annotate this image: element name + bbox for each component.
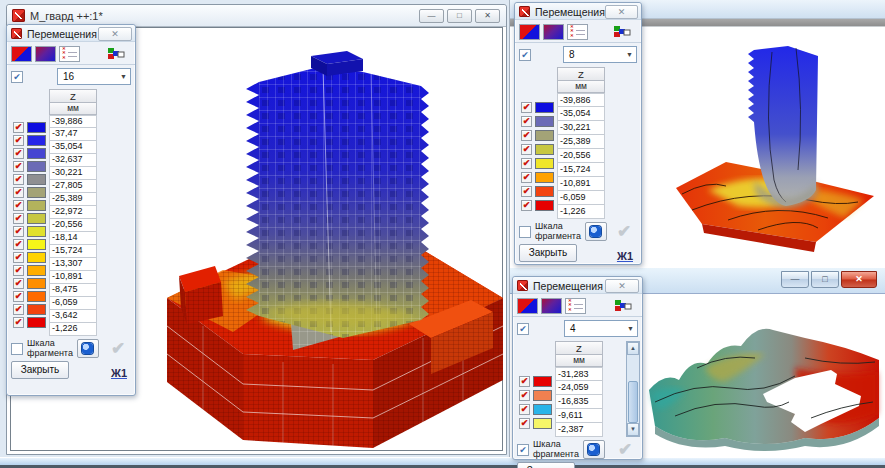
legend-row-checkbox[interactable]: ✔ bbox=[521, 102, 532, 113]
legend-color-swatch[interactable] bbox=[27, 161, 46, 172]
legend-color-swatch[interactable] bbox=[535, 102, 554, 113]
legend-row-checkbox[interactable]: ✔ bbox=[521, 186, 532, 197]
legend-row-checkbox[interactable]: ✔ bbox=[519, 390, 530, 401]
panel-titlebar[interactable]: Перемещения ✕ bbox=[7, 25, 135, 42]
maximize-button[interactable]: □ bbox=[447, 9, 472, 23]
levels-dropdown[interactable]: 4 ▼ bbox=[564, 320, 638, 337]
scale-visible-checkbox[interactable]: ✔ bbox=[519, 49, 531, 61]
minimize-button[interactable]: — bbox=[419, 9, 444, 23]
fragment-3d-view[interactable] bbox=[668, 30, 884, 266]
legend-color-swatch[interactable] bbox=[533, 404, 552, 415]
isofields-icon[interactable] bbox=[519, 24, 540, 40]
legend-row-checkbox[interactable]: ✔ bbox=[519, 418, 530, 429]
fragment-scale-checkbox[interactable]: ✔ bbox=[517, 444, 529, 456]
legend-color-swatch[interactable] bbox=[27, 213, 46, 224]
legend-table-icon[interactable] bbox=[59, 46, 80, 62]
close-panel-button[interactable]: Закрыть bbox=[519, 244, 577, 262]
legend-row-checkbox[interactable]: ✔ bbox=[521, 158, 532, 169]
legend-color-swatch[interactable] bbox=[27, 304, 46, 315]
legend-row-checkbox[interactable]: ✔ bbox=[13, 187, 24, 198]
panel-close-icon[interactable]: ✕ bbox=[605, 279, 639, 293]
panel-close-icon[interactable]: ✕ bbox=[605, 5, 638, 19]
legend-row-checkbox[interactable]: ✔ bbox=[521, 130, 532, 141]
scroll-down-icon[interactable]: ▼ bbox=[627, 423, 639, 436]
main-3d-view[interactable] bbox=[163, 32, 506, 453]
legend-row-checkbox[interactable]: ✔ bbox=[13, 239, 24, 250]
scale-visible-checkbox[interactable]: ✔ bbox=[517, 323, 529, 335]
legend-row-checkbox[interactable]: ✔ bbox=[521, 200, 532, 211]
legend-color-swatch[interactable] bbox=[27, 174, 46, 185]
legend-row-checkbox[interactable]: ✔ bbox=[13, 304, 24, 315]
apply-checkmark-icon[interactable]: ✔ bbox=[612, 441, 638, 458]
scroll-up-icon[interactable]: ▲ bbox=[627, 342, 639, 355]
scale-visible-checkbox[interactable]: ✔ bbox=[11, 71, 23, 83]
legend-color-swatch[interactable] bbox=[533, 376, 552, 387]
legend-color-swatch[interactable] bbox=[535, 116, 554, 127]
legend-row-checkbox[interactable]: ✔ bbox=[519, 404, 530, 415]
legend-row-checkbox[interactable]: ✔ bbox=[13, 135, 24, 146]
legend-color-swatch[interactable] bbox=[533, 390, 552, 401]
legend-row-checkbox[interactable]: ✔ bbox=[13, 213, 24, 224]
scrollbar-thumb[interactable] bbox=[628, 381, 638, 423]
palette-icon[interactable] bbox=[607, 23, 637, 40]
gradient-fill-icon[interactable] bbox=[543, 24, 564, 40]
isofields-icon[interactable] bbox=[517, 298, 538, 314]
legend-color-swatch[interactable] bbox=[27, 265, 46, 276]
legend-color-swatch[interactable] bbox=[27, 135, 46, 146]
apply-checkmark-icon[interactable]: ✔ bbox=[105, 340, 131, 357]
palette-icon[interactable] bbox=[101, 45, 131, 62]
levels-dropdown[interactable]: 8 ▼ bbox=[563, 46, 637, 63]
units-icon[interactable]: Ж1 bbox=[617, 250, 637, 262]
legend-color-swatch[interactable] bbox=[533, 418, 552, 429]
close-panel-button[interactable]: Закрыть bbox=[517, 462, 575, 468]
legend-row-checkbox[interactable]: ✔ bbox=[13, 278, 24, 289]
legend-color-swatch[interactable] bbox=[27, 200, 46, 211]
legend-row-checkbox[interactable]: ✔ bbox=[13, 161, 24, 172]
fragment-button[interactable] bbox=[583, 440, 605, 459]
legend-row-checkbox[interactable]: ✔ bbox=[13, 252, 24, 263]
panel-titlebar[interactable]: Перемещения ✕ bbox=[513, 277, 642, 294]
close-panel-button[interactable]: Закрыть bbox=[11, 361, 69, 379]
fragment-scale-checkbox[interactable] bbox=[519, 226, 531, 238]
legend-color-swatch[interactable] bbox=[27, 252, 46, 263]
legend-color-swatch[interactable] bbox=[27, 278, 46, 289]
legend-color-swatch[interactable] bbox=[27, 239, 46, 250]
legend-row-checkbox[interactable]: ✔ bbox=[13, 174, 24, 185]
legend-table-icon[interactable] bbox=[567, 24, 588, 40]
legend-row-checkbox[interactable]: ✔ bbox=[13, 226, 24, 237]
legend-color-swatch[interactable] bbox=[535, 130, 554, 141]
apply-checkmark-icon[interactable]: ✔ bbox=[611, 223, 637, 240]
fragment-button[interactable] bbox=[585, 222, 607, 241]
legend-color-swatch[interactable] bbox=[535, 186, 554, 197]
legend-color-swatch[interactable] bbox=[535, 158, 554, 169]
slab-3d-view[interactable] bbox=[645, 298, 885, 456]
legend-row-checkbox[interactable]: ✔ bbox=[519, 376, 530, 387]
legend-row-checkbox[interactable]: ✔ bbox=[521, 116, 532, 127]
legend-color-swatch[interactable] bbox=[27, 148, 46, 159]
legend-row-checkbox[interactable]: ✔ bbox=[521, 172, 532, 183]
legend-row-checkbox[interactable]: ✔ bbox=[13, 148, 24, 159]
legend-color-swatch[interactable] bbox=[27, 226, 46, 237]
legend-color-swatch[interactable] bbox=[27, 317, 46, 328]
gradient-fill-icon[interactable] bbox=[541, 298, 562, 314]
legend-color-swatch[interactable] bbox=[535, 200, 554, 211]
legend-color-swatch[interactable] bbox=[27, 122, 46, 133]
units-icon[interactable]: Ж1 bbox=[111, 367, 131, 379]
legend-color-swatch[interactable] bbox=[535, 144, 554, 155]
legend-row-checkbox[interactable]: ✔ bbox=[13, 291, 24, 302]
maximize-button[interactable]: □ bbox=[811, 271, 839, 288]
panel-titlebar[interactable]: Перемещения ✕ bbox=[515, 3, 641, 20]
legend-row-checkbox[interactable]: ✔ bbox=[13, 317, 24, 328]
legend-color-swatch[interactable] bbox=[27, 187, 46, 198]
levels-dropdown[interactable]: 16 ▼ bbox=[57, 68, 131, 85]
legend-row-checkbox[interactable]: ✔ bbox=[521, 144, 532, 155]
minimize-button[interactable]: — bbox=[781, 271, 809, 288]
panel-close-icon[interactable]: ✕ bbox=[98, 27, 132, 41]
legend-color-swatch[interactable] bbox=[27, 291, 46, 302]
legend-scrollbar[interactable]: ▲ ▼ bbox=[626, 341, 640, 437]
legend-table-icon[interactable] bbox=[565, 298, 586, 314]
legend-color-swatch[interactable] bbox=[535, 172, 554, 183]
palette-icon[interactable] bbox=[608, 297, 638, 314]
fragment-button[interactable] bbox=[77, 339, 99, 358]
legend-row-checkbox[interactable]: ✔ bbox=[13, 122, 24, 133]
